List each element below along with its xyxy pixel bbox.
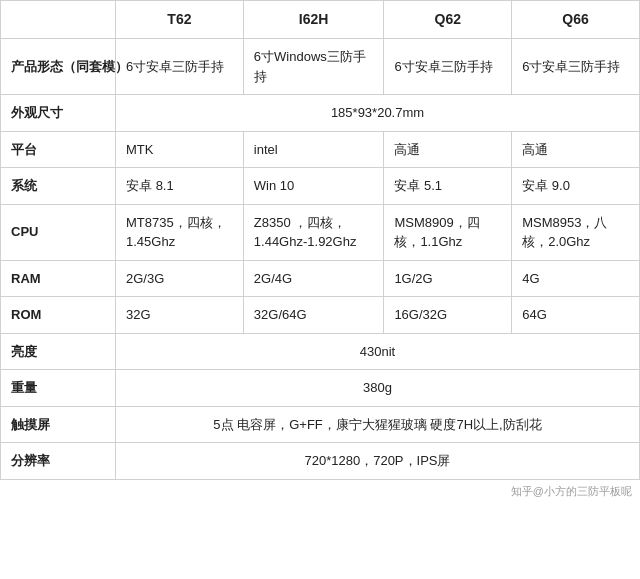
- header-row: T62 I62H Q62 Q66: [1, 1, 640, 39]
- cell-t62: 32G: [116, 297, 244, 334]
- table-row: 触摸屏5点 电容屏，G+FF，康宁大猩猩玻璃 硬度7H以上,防刮花: [1, 406, 640, 443]
- row-label: 平台: [1, 131, 116, 168]
- cell-q66: 高通: [512, 131, 640, 168]
- cell-q62: 16G/32G: [384, 297, 512, 334]
- footer-note: 知乎@小方的三防平板呢: [0, 480, 640, 503]
- row-label: ROM: [1, 297, 116, 334]
- merged-cell: 430nit: [116, 333, 640, 370]
- merged-cell: 380g: [116, 370, 640, 407]
- header-t62: T62: [116, 1, 244, 39]
- row-label: 外观尺寸: [1, 95, 116, 132]
- merged-cell: 720*1280，720P，IPS屏: [116, 443, 640, 480]
- cell-t62: MTK: [116, 131, 244, 168]
- header-q66: Q66: [512, 1, 640, 39]
- cell-i62h: intel: [243, 131, 384, 168]
- cell-q62: MSM8909，四核，1.1Ghz: [384, 204, 512, 260]
- table-row: 分辨率720*1280，720P，IPS屏: [1, 443, 640, 480]
- cell-i62h: Z8350 ，四核，1.44Ghz-1.92Ghz: [243, 204, 384, 260]
- merged-cell: 185*93*20.7mm: [116, 95, 640, 132]
- row-label: 系统: [1, 168, 116, 205]
- row-label: 亮度: [1, 333, 116, 370]
- cell-t62: 2G/3G: [116, 260, 244, 297]
- table-row: 系统安卓 8.1Win 10安卓 5.1安卓 9.0: [1, 168, 640, 205]
- merged-cell: 5点 电容屏，G+FF，康宁大猩猩玻璃 硬度7H以上,防刮花: [116, 406, 640, 443]
- row-label: 触摸屏: [1, 406, 116, 443]
- cell-i62h: 6寸Windows三防手持: [243, 39, 384, 95]
- header-q62: Q62: [384, 1, 512, 39]
- header-label: [1, 1, 116, 39]
- cell-q62: 安卓 5.1: [384, 168, 512, 205]
- cell-q66: 4G: [512, 260, 640, 297]
- table-row: 平台MTKintel高通高通: [1, 131, 640, 168]
- cell-t62: 安卓 8.1: [116, 168, 244, 205]
- table-row: 产品形态（同套模）6寸安卓三防手持6寸Windows三防手持6寸安卓三防手持6寸…: [1, 39, 640, 95]
- cell-q62: 6寸安卓三防手持: [384, 39, 512, 95]
- cell-t62: 6寸安卓三防手持: [116, 39, 244, 95]
- cell-q66: MSM8953，八核，2.0Ghz: [512, 204, 640, 260]
- table-row: CPUMT8735，四核，1.45GhzZ8350 ，四核，1.44Ghz-1.…: [1, 204, 640, 260]
- cell-t62: MT8735，四核，1.45Ghz: [116, 204, 244, 260]
- comparison-table: T62 I62H Q62 Q66 产品形态（同套模）6寸安卓三防手持6寸Wind…: [0, 0, 640, 480]
- cell-q66: 安卓 9.0: [512, 168, 640, 205]
- table-row: RAM2G/3G2G/4G1G/2G4G: [1, 260, 640, 297]
- comparison-table-wrapper: T62 I62H Q62 Q66 产品形态（同套模）6寸安卓三防手持6寸Wind…: [0, 0, 640, 503]
- cell-q66: 6寸安卓三防手持: [512, 39, 640, 95]
- table-row: 亮度430nit: [1, 333, 640, 370]
- cell-i62h: Win 10: [243, 168, 384, 205]
- cell-q66: 64G: [512, 297, 640, 334]
- row-label: RAM: [1, 260, 116, 297]
- cell-i62h: 32G/64G: [243, 297, 384, 334]
- table-row: 重量380g: [1, 370, 640, 407]
- row-label: 产品形态（同套模）: [1, 39, 116, 95]
- cell-i62h: 2G/4G: [243, 260, 384, 297]
- header-i62h: I62H: [243, 1, 384, 39]
- row-label: 分辨率: [1, 443, 116, 480]
- cell-q62: 高通: [384, 131, 512, 168]
- cell-q62: 1G/2G: [384, 260, 512, 297]
- row-label: 重量: [1, 370, 116, 407]
- row-label: CPU: [1, 204, 116, 260]
- table-row: ROM32G32G/64G16G/32G64G: [1, 297, 640, 334]
- table-row: 外观尺寸185*93*20.7mm: [1, 95, 640, 132]
